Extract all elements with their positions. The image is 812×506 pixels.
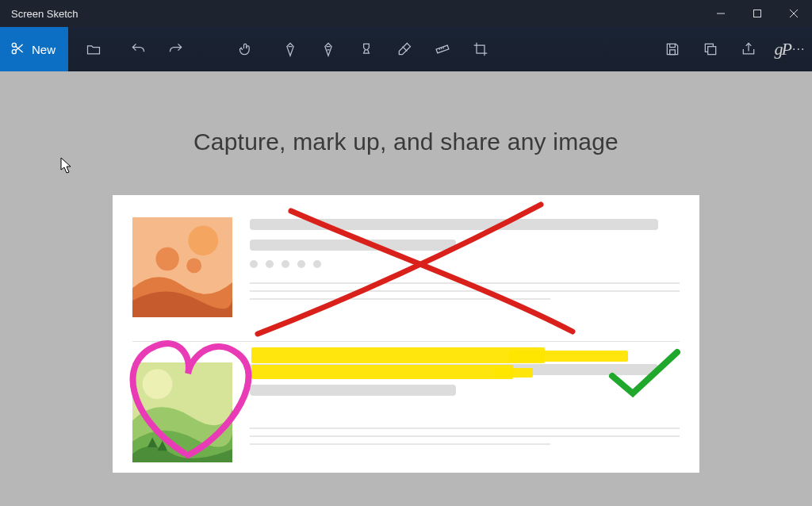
svg-rect-17 (708, 47, 716, 55)
mouse-cursor (60, 157, 73, 174)
touch-writing-button[interactable] (227, 27, 265, 71)
svg-point-4 (12, 49, 16, 53)
headline: Capture, mark up, and share any image (193, 128, 619, 155)
copy-button[interactable] (691, 27, 730, 71)
titlebar: Screen Sketch (0, 0, 812, 27)
svg-rect-16 (670, 50, 676, 55)
toolbar: New gP··· (0, 27, 812, 71)
ballpoint-pen-button[interactable] (271, 27, 309, 71)
redo-button[interactable] (157, 27, 195, 71)
sample-image (113, 195, 699, 473)
app-title: Screen Sketch (11, 8, 79, 20)
svg-rect-24 (251, 347, 545, 363)
svg-rect-12 (436, 45, 449, 53)
thumbnail-desert (132, 217, 232, 317)
snip-icon (10, 40, 25, 59)
undo-button[interactable] (119, 27, 157, 71)
crop-button[interactable] (462, 27, 500, 71)
maximize-button[interactable] (739, 0, 776, 27)
new-button-label: New (32, 43, 56, 56)
watermark: gP··· (768, 27, 812, 71)
svg-line-15 (443, 48, 444, 49)
svg-line-13 (439, 48, 440, 50)
svg-rect-1 (754, 10, 761, 17)
svg-line-11 (403, 47, 408, 52)
minimize-button[interactable] (703, 0, 739, 27)
eraser-button[interactable] (385, 27, 423, 71)
svg-rect-25 (509, 351, 628, 362)
ruler-button[interactable] (423, 27, 462, 71)
svg-point-23 (143, 369, 173, 399)
close-button[interactable] (776, 0, 812, 27)
save-button[interactable] (653, 27, 691, 71)
svg-point-21 (186, 258, 201, 273)
new-button[interactable]: New (0, 27, 68, 71)
svg-line-14 (441, 48, 442, 49)
svg-point-5 (12, 43, 16, 47)
svg-point-19 (188, 226, 218, 256)
canvas-area: Capture, mark up, and share any image (0, 71, 812, 506)
pencil-button[interactable] (309, 27, 347, 71)
open-button[interactable] (75, 27, 113, 71)
share-button[interactable] (730, 27, 768, 71)
thumbnail-hills (132, 362, 232, 462)
highlighter-button[interactable] (347, 27, 385, 71)
svg-point-20 (155, 247, 178, 270)
